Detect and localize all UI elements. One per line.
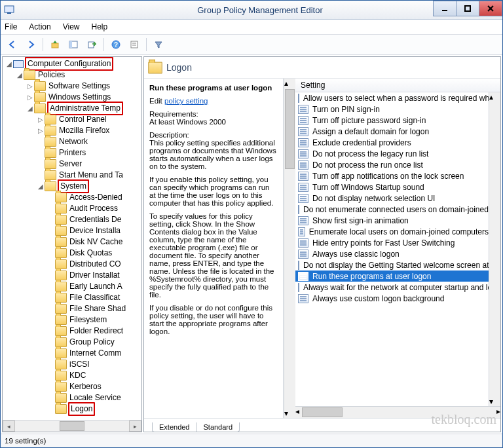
scroll-right-icon[interactable]: ▸ xyxy=(496,407,500,418)
setting-row[interactable]: Do not process the run once list xyxy=(295,159,489,170)
settings-column-header[interactable]: Setting xyxy=(295,79,500,92)
expand-icon[interactable]: ▷ xyxy=(37,125,45,136)
setting-row[interactable]: Do not enumerate connected users on doma… xyxy=(295,204,489,215)
scroll-left-icon[interactable]: ◂ xyxy=(3,420,15,432)
tree-item[interactable]: Disk Quotas xyxy=(3,248,141,259)
tree-item[interactable]: Kerberos xyxy=(3,381,141,392)
tree-item[interactable]: Internet Comm xyxy=(3,348,141,359)
setting-row[interactable]: Enumerate local users on domain-joined c… xyxy=(295,226,489,237)
settings-horizontal-scrollbar[interactable]: ◂ ▸ xyxy=(295,406,500,418)
export-button[interactable] xyxy=(84,37,100,52)
tree-item[interactable]: Disk NV Cache xyxy=(3,236,141,248)
expand-icon[interactable]: ◢ xyxy=(5,58,13,69)
up-button[interactable] xyxy=(47,37,63,52)
setting-row[interactable]: Always wait for the network at computer … xyxy=(295,282,489,293)
tree-item[interactable]: Printers xyxy=(3,147,141,159)
menu-action[interactable]: Action xyxy=(29,22,50,31)
folder-icon xyxy=(55,204,67,214)
tree-item-label: Printers xyxy=(59,147,86,159)
setting-row[interactable]: Turn on PIN sign-in xyxy=(295,103,489,115)
filter-button[interactable] xyxy=(151,37,166,52)
settings-list[interactable]: Allow users to select when a password is… xyxy=(295,92,489,406)
tree-item[interactable]: File Classificat xyxy=(3,292,141,303)
tree-item[interactable]: Audit Process xyxy=(3,203,141,214)
folder-icon xyxy=(34,81,46,91)
tree-item[interactable]: Filesystem xyxy=(3,314,141,326)
expand-icon[interactable]: ▷ xyxy=(26,81,34,92)
tree-item[interactable]: Driver Installat xyxy=(3,270,141,281)
scope-tree[interactable]: ◢Computer Configuration◢Policies▷Softwar… xyxy=(3,57,141,420)
tree-item[interactable]: Early Launch A xyxy=(3,281,141,292)
expand-icon[interactable]: ◢ xyxy=(16,69,24,81)
tree-item[interactable]: ◢Computer Configuration xyxy=(3,58,141,69)
setting-row[interactable]: Exclude credential providers xyxy=(295,137,489,148)
menu-help[interactable]: Help xyxy=(92,22,108,31)
setting-label: Do not display the Getting Started welco… xyxy=(303,261,489,270)
maximize-button[interactable] xyxy=(456,1,479,16)
setting-row[interactable]: Do not process the legacy run list xyxy=(295,148,489,159)
results-pane: Logon Run these programs at user logon E… xyxy=(143,56,501,432)
tree-item[interactable]: ◢Administrative Temp xyxy=(3,103,141,114)
setting-row[interactable]: Run these programs at user logon xyxy=(295,271,489,282)
tree-item[interactable]: KDC xyxy=(3,370,141,381)
tree-item[interactable]: Server xyxy=(3,159,141,170)
detail-vertical-scrollbar[interactable]: ▴ ▾ xyxy=(284,79,295,418)
tree-item[interactable]: ▷Control Panel xyxy=(3,114,141,125)
tree-item[interactable]: ◢System xyxy=(3,181,141,192)
setting-label: Run these programs at user logon xyxy=(312,272,431,281)
tree-item[interactable]: ◢Policies xyxy=(3,69,141,81)
tree-item[interactable]: Folder Redirect xyxy=(3,326,141,337)
tree-item[interactable]: Network xyxy=(3,136,141,147)
tree-item[interactable]: Credentials De xyxy=(3,214,141,225)
minimize-button[interactable] xyxy=(433,1,456,16)
edit-policy-link[interactable]: policy setting xyxy=(164,97,208,105)
scroll-down-icon[interactable]: ▾ xyxy=(284,409,295,418)
menu-file[interactable]: File xyxy=(5,22,17,31)
tree-item[interactable]: Distributed CO xyxy=(3,259,141,270)
setting-row[interactable]: Allow users to select when a password is… xyxy=(295,92,489,103)
back-button[interactable] xyxy=(5,37,20,52)
setting-row[interactable]: Show first sign-in animation xyxy=(295,215,489,226)
forward-button[interactable] xyxy=(23,37,39,52)
tab-standard[interactable]: Standard xyxy=(196,422,240,432)
svg-rect-9 xyxy=(88,42,94,48)
show-hide-tree-button[interactable] xyxy=(65,37,81,52)
settings-vertical-scrollbar[interactable]: ▴ ▾ xyxy=(489,92,500,406)
tree-item[interactable]: ▷Mozilla Firefox xyxy=(3,125,141,136)
tree-item[interactable]: Access-Denied xyxy=(3,192,141,203)
help-button[interactable]: ? xyxy=(108,37,124,52)
close-button[interactable] xyxy=(479,1,502,16)
tree-item-label: Driver Installat xyxy=(69,270,120,281)
tab-extended[interactable]: Extended xyxy=(152,422,196,432)
setting-row[interactable]: Do not display the Getting Started welco… xyxy=(295,259,489,271)
tree-item[interactable]: Group Policy xyxy=(3,337,141,348)
properties-button[interactable] xyxy=(126,37,142,52)
setting-row[interactable]: Turn off Windows Startup sound xyxy=(295,181,489,193)
scroll-down-icon[interactable]: ▾ xyxy=(489,397,500,406)
tree-item[interactable]: Logon xyxy=(3,403,141,415)
scroll-right-icon[interactable]: ▸ xyxy=(129,420,141,432)
scroll-up-icon[interactable]: ▴ xyxy=(489,92,500,102)
tree-item[interactable]: Device Installa xyxy=(3,225,141,236)
tree-item[interactable]: ▷Software Settings xyxy=(3,81,141,92)
expand-icon[interactable]: ◢ xyxy=(26,103,34,114)
expand-icon[interactable]: ◢ xyxy=(37,181,45,192)
expand-icon[interactable]: ▷ xyxy=(26,92,34,103)
setting-row[interactable]: Turn off picture password sign-in xyxy=(295,115,489,126)
setting-row[interactable]: Do not display network selection UI xyxy=(295,193,489,204)
setting-row[interactable]: Turn off app notifications on the lock s… xyxy=(295,170,489,181)
policy-icon xyxy=(298,149,308,159)
tree-item[interactable]: File Share Shad xyxy=(3,303,141,314)
scroll-up-icon[interactable]: ▴ xyxy=(284,79,295,88)
svg-rect-12 xyxy=(131,41,138,48)
setting-row[interactable]: Hide entry points for Fast User Switchin… xyxy=(295,237,489,248)
menu-view[interactable]: View xyxy=(63,22,80,31)
setting-row[interactable]: Always use custom logon background xyxy=(295,293,489,304)
setting-row[interactable]: Assign a default domain for logon xyxy=(295,126,489,137)
tree-horizontal-scrollbar[interactable]: ◂ ▸ xyxy=(3,420,141,432)
folder-icon xyxy=(45,148,56,158)
expand-icon[interactable]: ▷ xyxy=(37,114,45,125)
tree-item[interactable]: iSCSI xyxy=(3,359,141,370)
tree-item-label: Mozilla Firefox xyxy=(59,125,109,136)
setting-row[interactable]: Always use classic logon xyxy=(295,248,489,259)
